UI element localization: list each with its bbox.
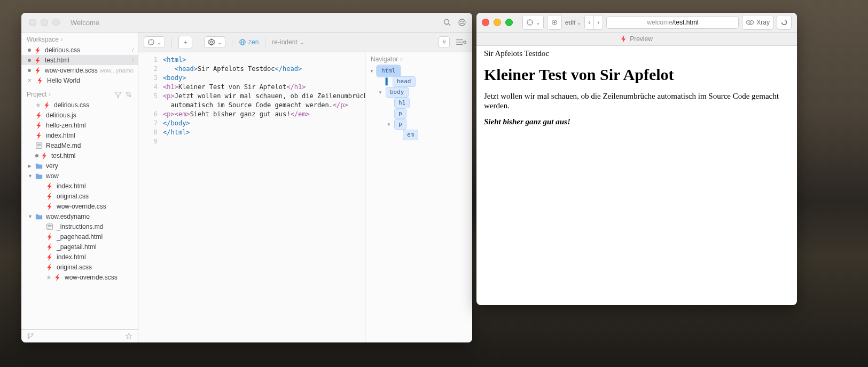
- navigator-panel: Navigator › ▼html▍head▼bodyh1p▼pem: [365, 52, 472, 342]
- hash-button[interactable]: #: [439, 36, 450, 48]
- zoom-dot[interactable]: [505, 19, 513, 26]
- navigator-node[interactable]: ▼p: [365, 119, 472, 130]
- filter-icon[interactable]: [114, 91, 122, 98]
- target-button[interactable]: [547, 15, 562, 30]
- workspace-header[interactable]: Workspace ›: [21, 33, 138, 45]
- project-file[interactable]: ★wow-override.scss: [21, 272, 138, 282]
- file-icon: [45, 253, 54, 261]
- disclosure-triangle[interactable]: ▼: [28, 214, 33, 219]
- code-line[interactable]: [163, 137, 365, 146]
- project-file[interactable]: wow-override.css: [21, 201, 138, 211]
- tag-pill[interactable]: body: [386, 87, 409, 98]
- close-dot[interactable]: [29, 19, 36, 26]
- svg-point-3: [463, 21, 463, 22]
- code-area[interactable]: <html> <head>Sir Apfelots Testdoc</head>…: [161, 52, 365, 342]
- tag-pill[interactable]: p: [394, 108, 406, 119]
- project-file[interactable]: ★delirious.css: [21, 100, 138, 110]
- project-file[interactable]: ▼wow: [21, 171, 138, 181]
- star-icon[interactable]: [125, 332, 132, 340]
- workspace-file[interactable]: wow-override.scsswow...ynamo: [21, 65, 138, 75]
- navigator-node[interactable]: ▼html: [365, 66, 472, 76]
- project-file[interactable]: _pagetail.html: [21, 242, 138, 252]
- navigator-node[interactable]: h1: [365, 98, 472, 108]
- code-line[interactable]: <p><em>Sieht bisher ganz gut aus!</em>: [163, 110, 365, 119]
- workspace-file[interactable]: test.html/: [21, 55, 138, 65]
- code-line[interactable]: <p>Jetzt wollen wir mal schauen, ob die …: [163, 92, 365, 101]
- lightning-icon: [621, 35, 627, 43]
- disclosure-triangle[interactable]: ▼: [370, 69, 375, 74]
- project-file[interactable]: ▶very: [21, 161, 138, 171]
- file-name: _instructions.md: [57, 223, 103, 230]
- compass-button[interactable]: ⌄: [144, 36, 165, 48]
- minimize-dot[interactable]: [494, 19, 501, 26]
- edit-dropdown[interactable]: edit ⌄: [565, 19, 581, 26]
- project-file[interactable]: index.html: [21, 181, 138, 191]
- minimize-dot[interactable]: [41, 19, 48, 26]
- navigator-node[interactable]: p: [365, 108, 472, 119]
- project-file[interactable]: ReadMe.md: [21, 140, 138, 150]
- sidebar-footer: [21, 329, 138, 342]
- project-file[interactable]: delirious.js: [21, 110, 138, 120]
- code-line[interactable]: automatisch im Source Code gemacht werde…: [163, 101, 365, 110]
- project-file[interactable]: _pagehead.html: [21, 232, 138, 242]
- file-name: delirious.css: [45, 46, 80, 54]
- project-file[interactable]: _instructions.md: [21, 221, 138, 232]
- reindent-button[interactable]: re-indent ⌄: [272, 38, 303, 46]
- code-toolbar: ⌄ ＋ ⌄ zen re-indent: [138, 33, 472, 52]
- project-header[interactable]: Project ›: [21, 87, 138, 100]
- add-button[interactable]: ＋: [178, 36, 192, 49]
- url-field[interactable]: welcome/test.html: [606, 16, 739, 29]
- xray-button[interactable]: Xray: [742, 15, 773, 30]
- editor-titlebar[interactable]: Welcome: [21, 13, 472, 33]
- settings-panel-button[interactable]: [455, 38, 467, 46]
- file-name: wow-override.scss: [65, 274, 118, 281]
- close-dot[interactable]: [482, 19, 489, 26]
- tag-pill[interactable]: em: [403, 130, 418, 140]
- search-icon[interactable]: [442, 18, 452, 27]
- disclosure-triangle[interactable]: ▶: [28, 163, 33, 169]
- code-line[interactable]: </html>: [163, 128, 365, 137]
- project-file[interactable]: index.html: [21, 130, 138, 140]
- disclosure-triangle[interactable]: ▼: [378, 90, 384, 95]
- project-file[interactable]: index.html: [21, 252, 138, 262]
- workspace-file[interactable]: ×Hello World: [21, 75, 138, 85]
- tag-pill[interactable]: p: [394, 119, 406, 130]
- branch-icon[interactable]: [27, 332, 34, 340]
- project-file[interactable]: original.scss: [21, 262, 138, 272]
- code-line[interactable]: <body>: [163, 74, 365, 83]
- nav-forward-button[interactable]: ›: [593, 15, 603, 30]
- settings-icon[interactable]: [125, 91, 132, 98]
- code-line[interactable]: <html>: [163, 55, 365, 65]
- disclosure-triangle[interactable]: ▼: [387, 122, 392, 127]
- reload-button[interactable]: [777, 15, 792, 30]
- file-name: delirious.css: [54, 101, 89, 109]
- tag-pill[interactable]: head: [393, 76, 416, 87]
- gear-button[interactable]: ⌄: [204, 36, 225, 48]
- smile-icon[interactable]: [457, 18, 467, 27]
- tag-pill[interactable]: h1: [394, 98, 410, 108]
- project-file[interactable]: hello-zen.html: [21, 120, 138, 130]
- svg-point-5: [129, 95, 131, 97]
- disclosure-triangle[interactable]: ▼: [28, 173, 33, 179]
- project-file[interactable]: ▼wow.esdynamo: [21, 211, 138, 221]
- preview-tab[interactable]: Preview: [476, 33, 797, 46]
- code-line[interactable]: <head>Sir Apfelots Testdoc</head>: [163, 65, 365, 74]
- code-line[interactable]: <h1>Kleiner Test von Sir Apfelot</h1>: [163, 83, 365, 92]
- navigator-node[interactable]: em: [365, 130, 472, 140]
- tag-pill[interactable]: html: [377, 66, 400, 76]
- file-name: hello-zen.html: [46, 122, 86, 129]
- project-file[interactable]: test.html: [21, 150, 138, 161]
- zoom-dot[interactable]: [52, 19, 60, 26]
- close-icon[interactable]: ×: [28, 77, 33, 84]
- nav-back-button[interactable]: ‹: [584, 15, 593, 30]
- zen-label[interactable]: zen: [248, 38, 259, 46]
- compass-button[interactable]: ⌄: [522, 15, 544, 30]
- code-line[interactable]: </body>: [163, 119, 365, 128]
- doc-title-text: Sir Apfelots Testdoc: [484, 49, 789, 58]
- navigator-node[interactable]: ▍head: [365, 76, 472, 87]
- project-file[interactable]: original.css: [21, 191, 138, 201]
- navigator-node[interactable]: ▼body: [365, 87, 472, 98]
- workspace-file[interactable]: delirious.css/: [21, 45, 138, 55]
- line-gutter: 12345 6789: [138, 52, 161, 342]
- navigator-header[interactable]: Navigator ›: [365, 52, 472, 65]
